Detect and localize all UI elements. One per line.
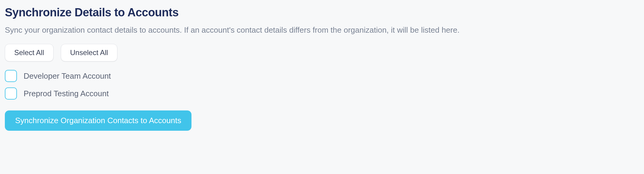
synchronize-button[interactable]: Synchronize Organization Contacts to Acc… — [5, 110, 191, 131]
unselect-all-button[interactable]: Unselect All — [61, 44, 117, 61]
page-title: Synchronize Details to Accounts — [5, 6, 639, 19]
select-all-button[interactable]: Select All — [5, 44, 54, 61]
account-row: Preprod Testing Account — [5, 87, 639, 100]
account-checkbox[interactable] — [5, 70, 17, 82]
account-row: Developer Team Account — [5, 70, 639, 82]
account-label: Developer Team Account — [24, 71, 111, 81]
page-description: Sync your organization contact details t… — [5, 25, 639, 35]
selection-button-row: Select All Unselect All — [5, 44, 639, 61]
account-list: Developer Team Account Preprod Testing A… — [5, 70, 639, 100]
account-label: Preprod Testing Account — [24, 89, 109, 98]
account-checkbox[interactable] — [5, 87, 17, 100]
